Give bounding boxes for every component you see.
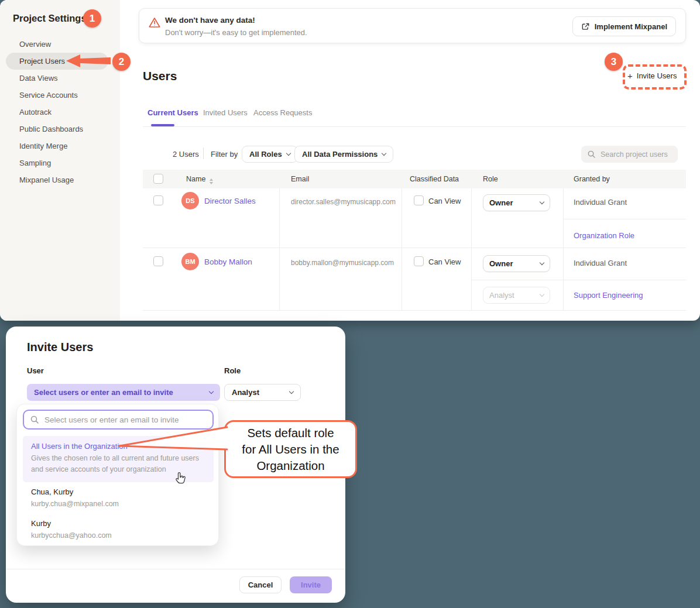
row-checkbox[interactable] (153, 256, 163, 266)
role-field-label: Role (224, 366, 241, 375)
sidebar-item-data-views[interactable]: Data Views (6, 70, 108, 87)
option-chua-kurby[interactable]: Chua, Kurby kurby.chua@mixpanel.com (23, 484, 214, 513)
role-select[interactable]: Owner (483, 194, 550, 211)
hand-cursor-icon (175, 472, 187, 485)
column-divider (402, 188, 402, 310)
granted-sub-divider (563, 219, 686, 219)
annotation-arrow-icon (66, 54, 111, 67)
sidebar-item-service-accounts[interactable]: Service Accounts (6, 87, 108, 104)
banner-subtitle: Don't worry—it's easy to get implemented… (165, 28, 307, 37)
no-data-banner: We don't have any data! Don't worry—it's… (139, 8, 686, 43)
user-select-dropdown[interactable]: Select users or enter an email to invite (27, 384, 220, 401)
annotation-step-3-badge: 3 (605, 53, 623, 71)
granted-by-individual: Individual Grant (574, 198, 627, 207)
row-checkbox[interactable] (153, 195, 163, 205)
annotation-step-2-badge: 2 (112, 53, 131, 71)
implement-mixpanel-button[interactable]: Implement Mixpanel (572, 16, 676, 36)
user-name-link[interactable]: Bobby Mallon (204, 257, 252, 266)
banner-title: We don't have any data! (165, 16, 255, 25)
column-divider (563, 188, 564, 310)
search-icon (30, 415, 39, 424)
option-kurby[interactable]: Kurby kurbycchua@yahoo.com (23, 516, 214, 545)
warning-icon (149, 17, 160, 28)
sidebar-item-autotrack[interactable]: Autotrack (6, 104, 108, 121)
column-divider (471, 188, 472, 310)
sidebar-item-mixpanel-usage[interactable]: Mixpanel Usage (6, 171, 108, 188)
granted-by-support-engineering-link[interactable]: Support Engineering (574, 291, 643, 300)
user-email: director.salles@mymusicapp.com (291, 198, 396, 206)
sidebar-title: Project Settings (13, 13, 87, 24)
can-view-checkbox[interactable] (414, 195, 424, 205)
callout-text: for All Users in the (242, 441, 339, 458)
tab-access-requests[interactable]: Access Requests (253, 108, 312, 117)
user-name-link[interactable]: Director Salles (204, 197, 256, 205)
column-header-name: Name (186, 175, 213, 184)
tab-invited-users[interactable]: Invited Users (203, 108, 248, 117)
search-project-users-input[interactable] (601, 150, 671, 159)
modal-footer-divider (6, 569, 345, 569)
chevron-down-icon (209, 389, 214, 394)
chevron-down-icon (540, 260, 544, 265)
tab-current-users[interactable]: Current Users (147, 108, 198, 117)
table-bottom-border (143, 310, 686, 311)
avatar: BM (181, 253, 199, 270)
sub-role-select-disabled: Analyst (483, 287, 550, 304)
callout-tail (115, 417, 231, 457)
invite-submit-button[interactable]: Invite (290, 576, 332, 593)
search-project-users-box[interactable] (581, 146, 678, 163)
sort-icon (210, 178, 213, 184)
roles-filter-label: All Roles (249, 150, 282, 159)
modal-title: Invite Users (27, 341, 93, 354)
invite-users-button[interactable]: + Invite Users (627, 71, 677, 81)
select-all-checkbox[interactable] (153, 174, 163, 184)
avatar: DS (181, 192, 199, 209)
permissions-filter-label: All Data Permissions (302, 150, 378, 159)
chevron-down-icon (382, 151, 386, 156)
column-divider (279, 188, 280, 310)
filter-divider (203, 147, 204, 159)
role-select-dropdown[interactable]: Analyst (224, 384, 301, 401)
implement-mixpanel-label: Implement Mixpanel (595, 22, 667, 31)
page: Project Settings Overview Project Users … (0, 0, 700, 608)
plus-icon: + (627, 71, 633, 81)
chevron-down-icon (540, 292, 544, 297)
granted-by-individual: Individual Grant (574, 259, 627, 267)
settings-sidebar: Project Settings Overview Project Users … (0, 0, 120, 321)
project-settings-page: Project Settings Overview Project Users … (0, 0, 700, 321)
chevron-down-icon (289, 389, 294, 394)
callout-text: Organization (256, 458, 324, 474)
column-header-email: Email (291, 175, 309, 183)
granted-by-org-role-link[interactable]: Organization Role (574, 231, 634, 240)
chevron-down-icon (540, 200, 544, 204)
invite-users-label: Invite Users (637, 71, 677, 80)
can-view-label: Can View (428, 257, 461, 266)
permissions-filter-dropdown[interactable]: All Data Permissions (294, 146, 393, 163)
cancel-button[interactable]: Cancel (239, 576, 282, 593)
sidebar-item-public-dashboards[interactable]: Public Dashboards (6, 121, 108, 138)
user-field-label: User (27, 366, 44, 375)
can-view-checkbox[interactable] (414, 256, 424, 266)
callout-text: Sets default role (247, 425, 334, 441)
can-view-label: Can View (428, 197, 461, 205)
chevron-down-icon (286, 151, 290, 156)
users-heading: Users (143, 69, 177, 83)
row-divider (143, 248, 686, 248)
callout-bubble: Sets default role for All Users in the O… (224, 420, 357, 478)
column-header-classified: Classified Data (410, 175, 459, 183)
search-icon (587, 150, 596, 159)
tabs-divider (143, 126, 686, 127)
annotation-step-1-badge: 1 (83, 9, 101, 28)
external-link-icon (581, 22, 590, 31)
column-header-role: Role (483, 175, 498, 183)
user-count: 2 Users (173, 150, 199, 159)
sidebar-item-sampling[interactable]: Sampling (6, 154, 108, 171)
user-email: bobby.mallon@mymusicapp.com (291, 259, 394, 267)
sidebar-item-identity-merge[interactable]: Identity Merge (6, 138, 108, 154)
role-sub-divider (471, 280, 686, 280)
users-table: Name Email Classified Data Role Granted … (143, 170, 686, 310)
role-select[interactable]: Owner (483, 255, 550, 272)
sidebar-item-overview[interactable]: Overview (6, 36, 108, 53)
roles-filter-dropdown[interactable]: All Roles (242, 146, 298, 163)
column-header-granted-by: Granted by (574, 175, 610, 183)
filter-by-label: Filter by (211, 150, 238, 159)
